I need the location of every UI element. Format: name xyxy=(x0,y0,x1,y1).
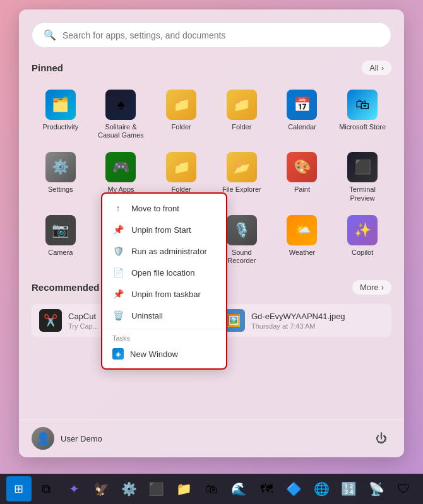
app-label-folder1: Folder xyxy=(172,123,191,131)
app-item-msstore[interactable]: 🛍 Microsoft Store xyxy=(333,85,391,144)
user-name: User Demo xyxy=(61,434,102,443)
context-label-uninstall: Uninstall xyxy=(131,311,163,320)
context-item-unpin_taskbar[interactable]: 📌 Unpin from taskbar xyxy=(102,283,226,305)
taskbar-icon-task-view[interactable]: ⧉ xyxy=(34,476,59,501)
taskbar: ⊞⧉✦🦅⚙️⬛📁🛍🌊🗺🔷🌐🔢📡🛡 xyxy=(0,474,423,504)
app-label-terminal: Terminal Preview xyxy=(339,185,386,202)
vscode-icon-small: ◈ xyxy=(112,348,124,360)
app-label-folder2: Folder xyxy=(232,123,251,131)
context-icon-unpin_taskbar: 📌 xyxy=(112,288,124,300)
rec-info-capcut: CapCut Try Cap... xyxy=(68,312,98,330)
app-icon-myapps: 🎮 xyxy=(105,152,136,182)
app-item-folder1[interactable]: 📁 Folder xyxy=(152,85,210,144)
taskbar-icon-network-tb[interactable]: 📡 xyxy=(364,476,390,501)
app-icon-terminal: ⬛ xyxy=(347,152,378,182)
app-item-camera[interactable]: 📷 Camera xyxy=(32,210,90,270)
desktop: 🔍 Pinned All › 🗂️ Productivity ♠ Solitai… xyxy=(0,0,423,504)
app-label-msstore: Microsoft Store xyxy=(339,123,386,131)
app-item-weather[interactable]: 🌤️ Weather xyxy=(273,210,331,270)
search-icon: 🔍 xyxy=(44,29,56,41)
search-bar[interactable]: 🔍 xyxy=(32,22,391,48)
taskbar-icon-ie-tb[interactable]: 🌐 xyxy=(309,476,335,501)
context-label-move_to_front: Move to front xyxy=(131,204,179,213)
taskbar-icon-maps-tb[interactable]: 🗺 xyxy=(254,476,279,501)
rec-title-capcut: CapCut xyxy=(68,312,98,321)
app-item-paint[interactable]: 🎨 Paint xyxy=(273,147,331,207)
taskbar-icon-copilot-tb[interactable]: ✦ xyxy=(61,476,86,501)
app-icon-folder3: 📁 xyxy=(166,152,196,182)
app-item-folder2[interactable]: 📁 Folder xyxy=(213,85,271,144)
context-icon-move_to_front: ↑ xyxy=(112,202,124,214)
taskbar-icon-store-tb[interactable]: 🛍 xyxy=(199,476,224,501)
app-icon-camera: 📷 xyxy=(45,215,76,245)
context-label-unpin_start: Unpin from Start xyxy=(131,225,191,235)
app-icon-productivity: 🗂️ xyxy=(45,90,76,120)
all-button[interactable]: All › xyxy=(362,61,391,75)
taskbar-icon-edge-tb[interactable]: 🦅 xyxy=(89,476,114,501)
taskbar-icon-win[interactable]: ⊞ xyxy=(6,476,32,501)
app-icon-recorder: 🎙️ xyxy=(227,215,257,245)
context-item-open_location[interactable]: 📄 Open file location xyxy=(102,262,226,283)
context-menu: ↑ Move to front 📌 Unpin from Start 🛡️ Ru… xyxy=(101,192,227,370)
app-label-settings: Settings xyxy=(48,185,73,194)
app-label-copilot: Copilot xyxy=(352,249,373,257)
taskbar-icon-browser-tb[interactable]: 🌊 xyxy=(227,476,252,501)
context-item-run_admin[interactable]: 🛡️ Run as administrator xyxy=(102,240,226,262)
context-divider xyxy=(102,329,226,329)
rec-sub-capcut: Try Cap... xyxy=(68,322,98,330)
recommended-title: Recommended xyxy=(32,282,100,293)
context-icon-unpin_start: 📌 xyxy=(112,224,124,235)
app-label-weather: Weather xyxy=(289,249,315,257)
app-icon-settings: ⚙️ xyxy=(45,152,76,182)
app-label-productivity: Productivity xyxy=(42,123,78,131)
context-item-move_to_front[interactable]: ↑ Move to front xyxy=(102,197,226,219)
taskbar-icon-vscode-tb[interactable]: 🔷 xyxy=(282,476,307,501)
context-item-unpin_start[interactable]: 📌 Unpin from Start xyxy=(102,219,226,240)
app-icon-fileexplorer: 📂 xyxy=(227,152,257,182)
app-icon-folder1: 📁 xyxy=(166,90,196,120)
app-icon-paint: 🎨 xyxy=(287,152,317,182)
app-label-solitaire: Solitaire & Casual Games xyxy=(97,123,145,139)
power-button[interactable]: ⏻ xyxy=(371,428,391,448)
app-item-settings[interactable]: ⚙️ Settings xyxy=(32,147,90,207)
context-icon-open_location: 📄 xyxy=(112,267,124,278)
app-label-calendar: Calendar xyxy=(288,123,316,131)
context-tasks-label: Tasks xyxy=(102,332,226,343)
taskbar-icon-settings-tb[interactable]: ⚙️ xyxy=(116,476,141,501)
context-label-run_admin: Run as administrator xyxy=(131,247,207,256)
app-item-terminal[interactable]: ⬛ Terminal Preview xyxy=(333,147,391,207)
app-item-productivity[interactable]: 🗂️ Productivity xyxy=(32,85,90,144)
app-icon-solitaire: ♠ xyxy=(105,90,136,120)
taskbar-icon-calc-tb[interactable]: 🔢 xyxy=(337,476,362,501)
context-label-unpin_taskbar: Unpin from taskbar xyxy=(131,290,201,299)
rec-item-jpeg_file[interactable]: 🖼️ Gd-eEvyWYAAPN41.jpeg Thursday at 7:43… xyxy=(215,304,391,337)
app-icon-folder2: 📁 xyxy=(227,90,257,120)
app-icon-msstore: 🛍 xyxy=(347,90,378,120)
rec-sub-jpeg_file: Thursday at 7:43 AM xyxy=(251,322,345,330)
chevron-right-icon-rec: › xyxy=(381,283,384,292)
taskbar-icon-terminal-tb[interactable]: ⬛ xyxy=(144,476,169,501)
app-item-copilot[interactable]: ✨ Copilot xyxy=(333,210,391,270)
search-input[interactable] xyxy=(63,30,379,40)
app-icon-weather: 🌤️ xyxy=(287,215,317,245)
pinned-header: Pinned All › xyxy=(32,61,391,75)
taskbar-icon-explorer-tb[interactable]: 📁 xyxy=(172,476,197,501)
rec-title-jpeg_file: Gd-eEvyWYAAPN41.jpeg xyxy=(251,312,345,321)
context-icon-run_admin: 🛡️ xyxy=(112,245,124,257)
avatar: 👤 xyxy=(32,427,54,450)
more-button[interactable]: More › xyxy=(352,280,391,295)
user-footer: 👤 User Demo ⏻ xyxy=(19,419,404,457)
rec-info-jpeg_file: Gd-eEvyWYAAPN41.jpeg Thursday at 7:43 AM xyxy=(251,312,345,330)
user-info[interactable]: 👤 User Demo xyxy=(32,427,102,450)
context-item-uninstall[interactable]: 🗑️ Uninstall xyxy=(102,305,226,326)
app-item-solitaire[interactable]: ♠ Solitaire & Casual Games xyxy=(92,85,150,144)
app-item-calendar[interactable]: 📅 Calendar xyxy=(273,85,331,144)
rec-icon-capcut: ✂️ xyxy=(39,309,62,332)
app-label-paint: Paint xyxy=(294,185,310,194)
app-icon-calendar: 📅 xyxy=(287,90,317,120)
pinned-title: Pinned xyxy=(32,62,63,73)
taskbar-icon-defender-tb[interactable]: 🛡 xyxy=(391,476,417,501)
context-tasks-item-new_window[interactable]: ◈ New Window xyxy=(102,343,226,365)
context-tasks-label-new_window: New Window xyxy=(130,349,178,359)
app-label-fileexplorer: File Explorer xyxy=(222,185,261,194)
